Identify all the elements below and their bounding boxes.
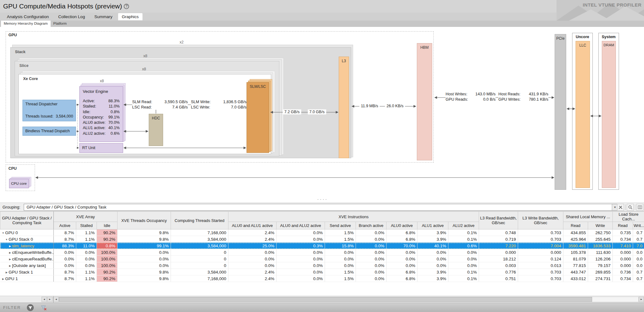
- grid-cell[interactable]: 3,584,000: [171, 269, 228, 275]
- table-row[interactable]: ▼GPU 08.7%1.1%90.2%9.8%7,168,0002.4%0.0%…: [0, 229, 644, 236]
- grid-cell[interactable]: 0.0%: [325, 262, 356, 269]
- grid-cell[interactable]: 2.4%: [228, 229, 277, 236]
- grid-cell[interactable]: 0.3%: [277, 243, 325, 249]
- grid-cell[interactable]: 274.731: [588, 275, 613, 282]
- grid-cell[interactable]: 0.735: [613, 229, 633, 236]
- grid-cell[interactable]: 0.1%: [448, 275, 479, 282]
- grid-cell[interactable]: 9.8%: [117, 236, 171, 243]
- grid-cell[interactable]: 0.0%: [356, 262, 387, 269]
- grid-cell[interactable]: 0.0%: [356, 269, 387, 275]
- grid-cell[interactable]: 0.0%: [277, 275, 325, 282]
- scroll-right-icon[interactable]: ►: [47, 297, 52, 302]
- grid-cell[interactable]: 1836.533: [588, 243, 613, 249]
- column-header-slm-write[interactable]: Write: [588, 222, 613, 229]
- grid-cell[interactable]: 0.000: [613, 262, 633, 269]
- grid-cell[interactable]: 0.1%: [448, 236, 479, 243]
- grid-cell[interactable]: 2.4%: [228, 236, 277, 243]
- grid-cell[interactable]: 0.0%: [356, 256, 387, 262]
- row-label[interactable]: ▶clEnqueueWriteBuffe...: [0, 249, 54, 256]
- grid-cell[interactable]: 0.000: [479, 249, 518, 256]
- grid-cell[interactable]: 3.9%: [417, 275, 448, 282]
- grid-cell[interactable]: 40.1%: [417, 243, 448, 249]
- expand-arrow-icon[interactable]: ▶: [8, 264, 12, 267]
- grid-cell[interactable]: 8.7%: [54, 229, 76, 236]
- grid-cell[interactable]: 0.0%: [356, 275, 387, 282]
- column-header-send[interactable]: Send active: [325, 222, 356, 229]
- grid-cell[interactable]: 15.8%: [325, 243, 356, 249]
- grid-cell[interactable]: 0.0%: [228, 256, 277, 262]
- grid-cell[interactable]: 100.0%: [97, 262, 117, 269]
- column-header-occupancy[interactable]: XVE Threads Occupancy: [117, 212, 171, 229]
- grid-cell[interactable]: 7.410: [613, 243, 633, 249]
- grid-cell[interactable]: 3,584,000: [171, 236, 228, 243]
- tab-graphics[interactable]: Graphics: [118, 13, 142, 20]
- scroll-right-icon[interactable]: ►: [639, 297, 644, 302]
- column-header-lsc-read[interactable]: Read: [613, 222, 633, 229]
- grid-cell[interactable]: 0.0%: [448, 249, 479, 256]
- grid-cell[interactable]: 0.000: [518, 249, 563, 256]
- row-label[interactable]: ▶slm_latency: [0, 243, 54, 249]
- grid-cell[interactable]: 90.2%: [97, 269, 117, 275]
- grid-cell[interactable]: 0.719: [479, 236, 518, 243]
- grid-cell[interactable]: 0.0%: [277, 249, 325, 256]
- grid-cell[interactable]: 0: [171, 256, 228, 262]
- collapse-arrow-icon[interactable]: ▼: [1, 232, 5, 234]
- row-label[interactable]: ▼GPU 0: [0, 229, 54, 236]
- expand-arrow-icon[interactable]: ▶: [1, 278, 5, 280]
- grid-cell[interactable]: 90.2%: [97, 229, 117, 236]
- column-header-threads-started[interactable]: Computing Threads Started: [171, 212, 228, 229]
- grid-cell[interactable]: 0.0%: [448, 256, 479, 262]
- grid-cell[interactable]: 70.0%: [387, 243, 417, 249]
- grid-cell[interactable]: 0.0%: [417, 249, 448, 256]
- search-button[interactable]: [627, 204, 634, 211]
- clear-filter-button[interactable]: [40, 304, 47, 311]
- row-label[interactable]: ▶[Outside any task]: [0, 262, 54, 269]
- column-header-alu1[interactable]: ALU1 active: [417, 222, 448, 229]
- help-icon[interactable]: ?: [124, 4, 129, 9]
- filter-funnel-button[interactable]: [27, 304, 34, 311]
- grid-cell[interactable]: 0.0: [633, 262, 644, 269]
- grid-cell[interactable]: 77.815: [563, 262, 588, 269]
- column-group-load-store-cache[interactable]: Load Store Cach...: [613, 212, 644, 222]
- grid-cell[interactable]: 90.2%: [97, 236, 117, 243]
- grid-cell[interactable]: 0.124: [518, 256, 563, 262]
- grid-cell[interactable]: 1.5%: [325, 236, 356, 243]
- grid-cell[interactable]: 1.5%: [325, 229, 356, 236]
- column-group-shared-local-memory[interactable]: Shared Local Memory ...: [563, 212, 613, 222]
- grid-cell[interactable]: 0.0%: [228, 249, 277, 256]
- grid-cell[interactable]: 1.1%: [76, 275, 97, 282]
- column-group-xve-instructions[interactable]: XVE Instructions: [228, 212, 479, 222]
- table-row[interactable]: ▶clEnqueueReadBuffe...0.0%0.0%100.0%0.0%…: [0, 256, 644, 262]
- grid-cell[interactable]: 1.1%: [76, 269, 97, 275]
- pane-splitter[interactable]: · · · ·: [0, 198, 644, 203]
- tab-summary[interactable]: Summary: [91, 13, 116, 20]
- grid-cell[interactable]: 7.220: [479, 243, 518, 249]
- expand-arrow-icon[interactable]: ▶: [8, 251, 12, 254]
- row-label[interactable]: ▶GPU 1: [0, 275, 54, 282]
- grid-cell[interactable]: 0.0%: [356, 236, 387, 243]
- grid-cell[interactable]: 0.0: [633, 249, 644, 256]
- column-header-l3-read[interactable]: L3 Read Bandwidth, GB/sec: [479, 212, 518, 229]
- grid-cell[interactable]: 7.0: [633, 243, 644, 249]
- grid-cell[interactable]: 6.8%: [387, 236, 417, 243]
- column-header-tree[interactable]: GPU Adapter / GPU Stack / Computing Task: [0, 212, 54, 229]
- grid-cell[interactable]: 9.8%: [117, 275, 171, 282]
- grid-cell[interactable]: 0.0%: [417, 256, 448, 262]
- grid-cell[interactable]: 99.1%: [117, 243, 171, 249]
- grid-cell[interactable]: 1.5%: [325, 269, 356, 275]
- subtab-memory-hierarchy-diagram[interactable]: Memory Hierarchy Diagram: [1, 21, 51, 27]
- grid-cell[interactable]: 0.703: [518, 229, 563, 236]
- grid-cell[interactable]: 0.8%: [97, 243, 117, 249]
- panel-button[interactable]: [637, 204, 643, 211]
- grid-cell[interactable]: 1.5%: [325, 275, 356, 282]
- column-header-stalled[interactable]: Stalled: [76, 222, 97, 229]
- grid-cell[interactable]: 0.0%: [387, 256, 417, 262]
- grid-cell[interactable]: 3,584,000: [171, 243, 228, 249]
- grid-cell[interactable]: 6.8%: [387, 275, 417, 282]
- grid-cell[interactable]: 0.0%: [117, 256, 171, 262]
- grid-cell[interactable]: 0.0%: [54, 256, 76, 262]
- grid-cell[interactable]: 100.0%: [97, 249, 117, 256]
- column-group-xve-array[interactable]: XVE Array: [54, 212, 117, 222]
- grid-cell[interactable]: 2.4%: [228, 275, 277, 282]
- grid-cell[interactable]: 3.9%: [417, 269, 448, 275]
